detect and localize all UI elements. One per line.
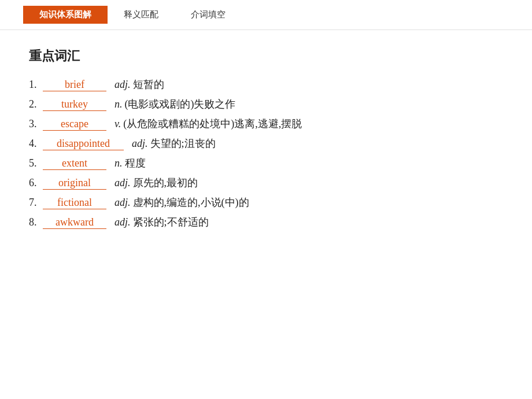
vocab-number: 2. [29,98,40,110]
vocab-pos: v. [114,118,121,130]
vocab-definition: 紧张的;不舒适的 [133,215,209,229]
vocab-definition: (电影或戏剧的)失败之作 [125,97,236,111]
vocab-definition: 短暂的 [133,77,164,91]
vocab-pos: adj. [114,177,131,189]
vocab-number: 5. [29,157,40,169]
vocab-number: 3. [29,118,40,130]
vocab-item: 2.turkeyn.(电影或戏剧的)失败之作 [29,97,503,111]
vocab-word: original [43,177,106,190]
vocab-pos: n. [114,157,123,169]
vocab-item: 8.awkwardadj.紧张的;不舒适的 [29,215,503,229]
vocab-definition: 虚构的,编造的,小说(中)的 [133,195,249,209]
vocab-definition: 原先的,最初的 [133,176,198,190]
vocab-word: disappointed [43,138,124,150]
tab-fill-preposition[interactable]: 介词填空 [175,6,242,24]
vocab-pos: adj. [132,138,148,150]
vocab-item: 7.fictionaladj.虚构的,编造的,小说(中)的 [29,195,503,209]
vocab-word: fictional [43,197,106,209]
vocab-pos: adj. [114,197,131,209]
vocab-number: 4. [29,138,40,150]
vocab-item: 4.disappointedadj.失望的;沮丧的 [29,136,503,150]
vocab-pos: adj. [114,79,131,91]
vocab-pos: n. [114,98,123,110]
tab-knowledge-map[interactable]: 知识体系图解 [23,6,108,24]
vocab-item: 1.briefadj.短暂的 [29,77,503,91]
vocab-list: 1.briefadj.短暂的2.turkeyn.(电影或戏剧的)失败之作3.es… [29,77,503,229]
vocab-item: 6.originaladj.原先的,最初的 [29,176,503,190]
vocab-number: 7. [29,197,40,209]
vocab-number: 6. [29,177,40,189]
vocab-word: awkward [43,216,106,229]
vocab-definition: 程度 [125,156,146,170]
tab-bar: 知识体系图解 释义匹配 介词填空 [0,0,532,30]
vocab-word: turkey [43,98,106,111]
section-title: 重点词汇 [29,47,503,65]
tab-definition-match[interactable]: 释义匹配 [108,6,175,24]
vocab-word: extent [43,157,106,170]
vocab-definition: (从危险或糟糕的处境中)逃离,逃避,摆脱 [123,117,302,131]
vocab-word: escape [43,118,106,131]
vocab-pos: adj. [114,216,131,228]
vocab-definition: 失望的;沮丧的 [150,136,216,150]
vocab-word: brief [43,79,106,91]
vocab-number: 8. [29,216,40,228]
vocab-item: 5.extentn.程度 [29,156,503,170]
main-content: 重点词汇 1.briefadj.短暂的2.turkeyn.(电影或戏剧的)失败之… [0,30,532,246]
vocab-number: 1. [29,79,40,91]
vocab-item: 3.escapev.(从危险或糟糕的处境中)逃离,逃避,摆脱 [29,117,503,131]
